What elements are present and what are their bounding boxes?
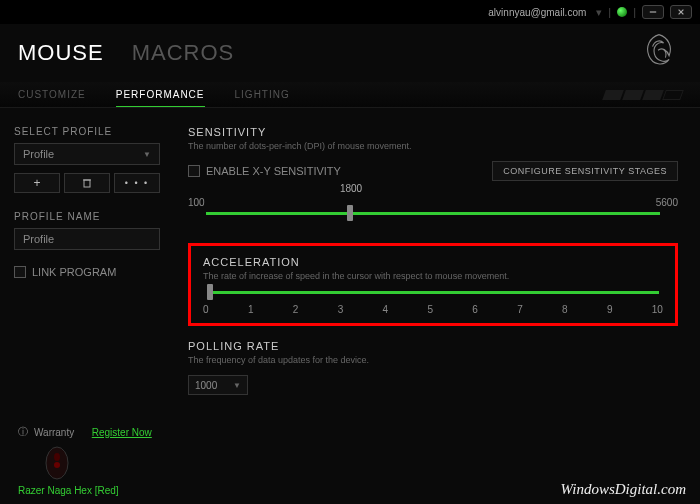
account-email: alvinnyau@gmail.com [488,7,586,18]
main-panel: SENSITIVITY The number of dots-per-inch … [174,108,700,428]
watermark: WindowsDigital.com [561,481,686,498]
close-button[interactable] [670,5,692,19]
main-tabs: MOUSE MACROS [0,24,700,82]
delete-profile-button[interactable] [64,173,110,193]
polling-rate-dropdown[interactable]: 1000 ▼ [188,375,248,395]
enable-xy-checkbox[interactable] [188,165,200,177]
configure-stages-button[interactable]: CONFIGURE SENSITIVITY STAGES [492,161,678,181]
enable-xy-label: ENABLE X-Y SENSITIVITY [206,165,341,177]
svg-rect-3 [84,180,90,187]
profile-more-button[interactable]: • • • [114,173,160,193]
profile-name-input[interactable]: Profile [14,228,160,250]
polling-desc: The frequency of data updates for the de… [188,355,678,365]
sidebar: SELECT PROFILE Profile ▼ + • • • PROFILE… [0,108,174,428]
subtab-customize[interactable]: CUSTOMIZE [18,83,86,106]
tab-macros[interactable]: MACROS [132,40,235,66]
acceleration-ticks: 012345678910 [203,304,663,315]
sensitivity-title: SENSITIVITY [188,126,678,138]
sensitivity-slider[interactable]: 1800 100 5600 [188,197,678,215]
info-icon: ⓘ [18,425,28,439]
device-image [42,443,72,481]
acceleration-section: ACCELERATION The rate of increase of spe… [188,243,678,326]
register-link[interactable]: Register Now [92,427,152,438]
acceleration-slider[interactable]: 012345678910 [203,291,663,315]
chevron-down-icon: ▼ [143,150,151,159]
tab-mouse[interactable]: MOUSE [18,40,104,66]
razer-logo-icon [636,30,682,78]
warranty-label: Warranty [34,427,74,438]
chevron-down-icon: ▼ [233,381,241,390]
subtab-lighting[interactable]: LIGHTING [235,83,290,106]
sensitivity-value: 1800 [340,183,362,194]
subtab-performance[interactable]: PERFORMANCE [116,83,205,107]
link-program-label: LINK PROGRAM [32,266,116,278]
minimize-button[interactable] [642,5,664,19]
svg-point-6 [54,453,60,461]
footer: ⓘ Warranty Register Now Razer Naga Hex [… [0,419,700,504]
title-bar: alvinnyau@gmail.com ▾ | | [0,0,700,24]
sensitivity-handle[interactable] [347,205,353,221]
online-status-icon [617,7,627,17]
add-profile-button[interactable]: + [14,173,60,193]
svg-point-7 [54,462,60,468]
acceleration-desc: The rate of increase of speed in the cur… [203,271,663,281]
link-program-checkbox[interactable] [14,266,26,278]
acceleration-handle[interactable] [207,284,213,300]
select-profile-label: SELECT PROFILE [14,126,160,137]
polling-title: POLLING RATE [188,340,678,352]
profile-name-label: PROFILE NAME [14,211,160,222]
acceleration-title: ACCELERATION [203,256,663,268]
profile-dropdown[interactable]: Profile ▼ [14,143,160,165]
sensitivity-desc: The number of dots-per-inch (DPI) of mou… [188,141,678,151]
sub-tabs: CUSTOMIZE PERFORMANCE LIGHTING [0,82,700,108]
